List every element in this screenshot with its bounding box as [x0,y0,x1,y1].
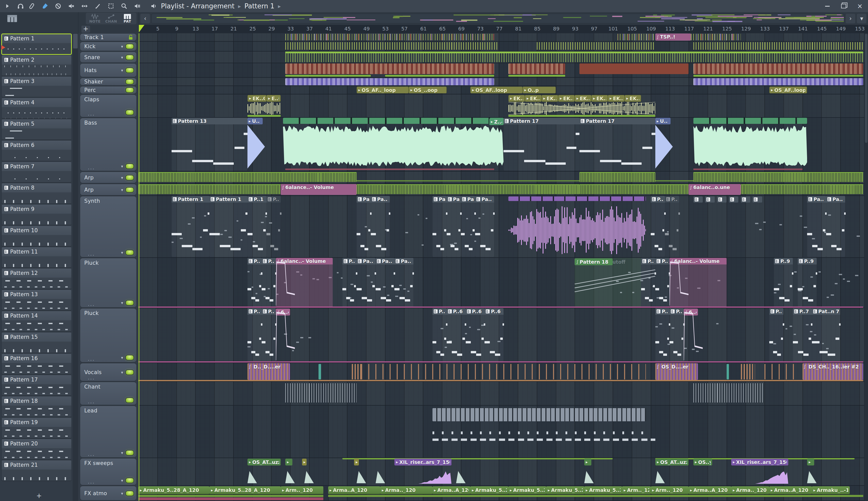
track-mute-led[interactable] [125,450,134,456]
headphones-icon[interactable] [17,2,24,10]
add-pattern-button[interactable]: + [36,492,42,500]
audio-clip[interactable] [693,118,807,171]
audio-clip[interactable]: ▸OS_AT..uzzy [247,459,281,466]
pattern-clip[interactable]: Pattern 13 [172,118,247,171]
pattern-item-pattern-14[interactable]: Pattern 14 [2,311,71,331]
audio-clip[interactable] [247,102,281,115]
close-button[interactable]: × [852,0,868,12]
audio-clip[interactable]: ▸Armaku_..-120 [812,486,850,494]
clip-strip[interactable] [138,307,863,308]
track-mute-led[interactable] [125,163,134,169]
automation-clip[interactable]: ∫Pattern 18 [575,258,613,265]
audio-clip[interactable]: ▸Armaku_5..28_A_120 [210,486,280,494]
audio-waveform[interactable] [356,471,366,483]
pattern-clip[interactable]: P..6 [655,308,669,362]
track-menu-arrow[interactable]: ▾ [121,55,123,60]
track-mute-led[interactable] [125,87,134,93]
lane-bass-7[interactable]: Pattern 13▸U..▸Z..4Pattern 17Pattern 17▸… [138,118,868,172]
pattern-clip[interactable]: P..1 [651,196,665,257]
track-mute-led[interactable] [125,491,134,496]
track-mute-led[interactable] [125,370,134,375]
lane-fx-atmo-17[interactable]: ▸Armaku_5..28_A_120▸Armaku_5..28_A_120▸A… [138,486,868,501]
pattern-clip[interactable]: P.. [655,258,669,307]
track-menu-arrow[interactable]: ▾ [121,370,123,375]
lane-synth-10[interactable]: Pattern 1Pattern 1P..1P..Pa..Pa..Pa..Pa.… [138,196,868,258]
audio-clip[interactable]: ▸Z..4 [489,118,504,125]
audio-clip[interactable]: ▸Arm.._120 [622,486,651,494]
track-header-arp-8[interactable]: Arp▾ [78,172,138,184]
pattern-item-pattern-4[interactable]: Pattern 4 [2,98,71,118]
playhead-marker[interactable] [139,25,144,32]
audio-clip[interactable]: ▸EK..0 [525,95,542,102]
track-menu-arrow[interactable]: ▾ [121,187,123,192]
audio-clip[interactable]: ▸EK..0 [608,95,624,102]
audio-clip[interactable] [508,102,655,115]
audio-clip[interactable] [693,383,764,403]
audio-clip[interactable]: ∫DS_CH.._16..ier #2 [803,363,863,380]
timeline-ruler[interactable]: 5913172125293337414549535761656973778185… [139,25,868,33]
audio-clip[interactable] [356,184,579,194]
audio-clip[interactable] [285,78,494,85]
pattern-clip[interactable]: Pa.. [807,196,826,257]
select-tool-icon[interactable] [107,2,115,10]
clip-strip[interactable] [328,495,863,497]
track-header-kick-1[interactable]: Kick▾ [78,42,138,52]
clip-strip[interactable] [342,458,613,459]
pattern-clip[interactable]: Pattern 17 [579,118,655,171]
pattern-clip[interactable]: Pa.. [394,258,414,307]
audio-clip[interactable] [764,364,798,380]
audio-clip[interactable]: ▸ [354,459,359,466]
audio-clip[interactable] [285,383,356,403]
audio-waveform[interactable] [655,471,665,483]
audio-clip[interactable] [285,42,499,50]
audio-clip[interactable]: ∫OS_D....er [655,363,698,380]
track-mute-led[interactable] [125,187,134,193]
track-menu-arrow[interactable]: ▾ [121,300,123,305]
track-header-snare-2[interactable]: Snare▾ [78,52,138,63]
pattern-clip[interactable] [729,196,738,203]
lane-hats-3[interactable] [138,63,868,78]
clip-strip[interactable] [138,495,323,497]
track-mute-led[interactable] [125,175,134,180]
audio-clip[interactable]: ▸OS_AF.._loop [356,87,409,93]
automation-curve[interactable] [276,310,295,360]
clip-strip[interactable] [508,115,655,117]
pattern-clip[interactable]: Pat..n 7 [812,308,840,362]
pattern-clip[interactable]: P.. [262,258,276,307]
clip-strip[interactable] [285,75,371,77]
slide-tool-icon[interactable] [81,2,88,10]
audio-clip[interactable] [741,184,863,194]
audio-clip[interactable] [741,364,755,380]
track-mute-led[interactable] [125,110,134,115]
audio-clip[interactable]: ▸U.. [655,118,674,171]
audio-clip[interactable]: ▸EK..0 [558,95,575,102]
pattern-item-pattern-18[interactable]: Pattern 18 [2,396,71,417]
automation-clip[interactable]: ∫TSP..! [655,33,691,41]
audio-clip[interactable] [618,34,656,40]
pattern-item-pattern-9[interactable]: Pattern 9 [2,204,71,225]
overview-menu-button[interactable]: ▾ [857,14,867,23]
pattern-clip[interactable]: P..6 [466,308,485,362]
audio-clip[interactable] [537,42,655,50]
pattern-scrollbar-thumb[interactable] [73,34,78,49]
clip-strip[interactable] [356,180,579,181]
audio-clip[interactable]: ▸XIL_riser..ars_7_150 [394,459,451,466]
clip-strip[interactable] [693,169,803,170]
clip-strip[interactable] [138,380,863,381]
audio-clip[interactable]: ▸OS..y [693,459,712,466]
track-header-arp-9[interactable]: Arp▾ [78,184,138,196]
pattern-clip[interactable]: P..7 [769,308,783,362]
pattern-item-pattern-12[interactable]: Pattern 12 [2,268,71,289]
pattern-clip[interactable]: P..7 [793,308,812,362]
pattern-item-pattern-3[interactable]: Pattern 3 [2,77,71,97]
audio-clip[interactable] [693,63,863,74]
track-mute-led[interactable] [125,397,134,403]
audio-clip[interactable]: ▸Arm.._120 [651,486,689,494]
automation-clip[interactable]: ∫6alance..- Volume [281,184,356,195]
pattern-item-pattern-2[interactable]: Pattern 2 [2,55,71,76]
audio-clip[interactable]: ▸OS_AF..loop [769,87,807,93]
audio-clip[interactable]: ▸Armaku_5..2( [546,486,584,494]
audio-clip[interactable]: ▸Arma.._120 [380,486,432,494]
track-mute-led[interactable] [125,300,134,306]
mode-toggle-chan[interactable]: CHAN [103,13,119,24]
